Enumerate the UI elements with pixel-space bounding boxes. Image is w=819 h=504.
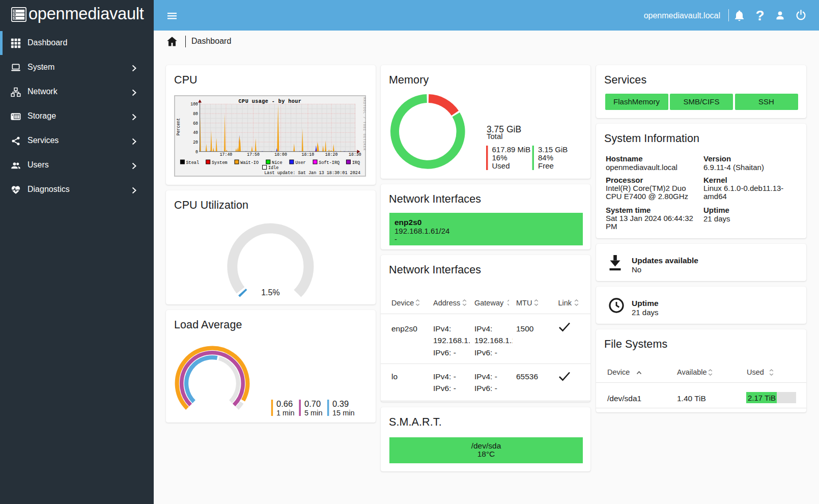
svg-text:Total: Total <box>487 132 503 141</box>
svg-text:1 min: 1 min <box>276 409 294 417</box>
svg-text:15 min: 15 min <box>332 409 355 417</box>
svg-text:CPU usage - by hour: CPU usage - by hour <box>239 99 302 104</box>
svg-text:IRQ: IRQ <box>352 160 360 165</box>
svg-text:Wait-IO: Wait-IO <box>240 160 259 165</box>
svg-text:Used: Used <box>492 161 510 170</box>
svg-text:Steal: Steal <box>186 160 200 165</box>
svg-text:5 min: 5 min <box>304 409 322 417</box>
svg-text:18:20: 18:20 <box>325 152 338 157</box>
svg-text:60: 60 <box>193 121 198 126</box>
svg-text:20: 20 <box>193 140 198 145</box>
svg-text:0.70: 0.70 <box>304 399 321 408</box>
svg-text:18:30: 18:30 <box>349 152 361 157</box>
svg-text:100: 100 <box>190 102 198 106</box>
svg-text:Soft-IRQ: Soft-IRQ <box>319 160 340 165</box>
svg-text:18:10: 18:10 <box>302 152 315 157</box>
svg-text:17:50: 17:50 <box>247 152 260 157</box>
svg-text:Last update: Sat Jan 13 18:30:: Last update: Sat Jan 13 18:30:01 2024 <box>264 171 360 176</box>
svg-text:0.39: 0.39 <box>332 399 349 408</box>
svg-text:80: 80 <box>193 111 198 116</box>
svg-text:0: 0 <box>195 150 198 154</box>
svg-text:40: 40 <box>193 130 198 135</box>
svg-text:Percent: Percent <box>176 118 181 135</box>
svg-text:18:00: 18:00 <box>274 152 287 157</box>
svg-text:Nice: Nice <box>272 160 282 165</box>
svg-text:Free: Free <box>538 161 554 170</box>
svg-text:1.5%: 1.5% <box>261 288 279 297</box>
svg-text:System: System <box>212 160 228 165</box>
svg-text:84%: 84% <box>538 153 553 162</box>
svg-text:617.89 MiB: 617.89 MiB <box>492 145 531 154</box>
svg-text:RRDTOOL / TOBI OETIKER: RRDTOOL / TOBI OETIKER <box>362 97 366 151</box>
svg-text:17:40: 17:40 <box>220 152 233 157</box>
svg-text:16%: 16% <box>492 153 507 162</box>
svg-text:0.66: 0.66 <box>276 399 293 408</box>
svg-text:User: User <box>295 160 305 165</box>
svg-text:3.15 GiB: 3.15 GiB <box>538 145 568 154</box>
svg-text:Idle: Idle <box>268 165 278 171</box>
